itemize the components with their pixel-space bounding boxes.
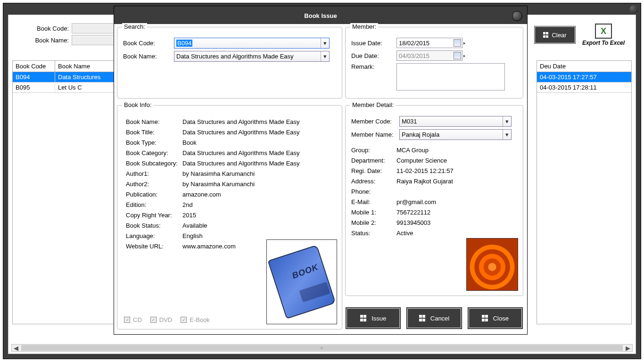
val-edition: 2nd [182, 201, 333, 208]
refresh-icon[interactable] [629, 5, 638, 14]
bg-book-name-label: Book Name: [15, 37, 72, 44]
export-to-excel[interactable]: Export To Excel [581, 24, 626, 46]
cell-code: B095 [13, 82, 55, 92]
member-detail-fieldset: Member Detail: Member Code: M031 ▾ Membe… [345, 105, 523, 296]
val-address: Raiya Rajkot Gujarat [396, 178, 517, 185]
val-book-type: Book [182, 139, 333, 146]
chk-cd: ✓CD [124, 316, 142, 323]
due-header[interactable]: Deu Date [537, 61, 631, 72]
lbl-edition: Edition: [126, 201, 182, 208]
scroll-right-arrow[interactable]: ▶ [624, 345, 632, 351]
lbl-author1: Author1: [126, 170, 182, 177]
chk-ebook: ✓E-Book [181, 316, 210, 323]
val-book-subcategory: Data Structures and Algorithms Made Easy [182, 160, 333, 167]
clear-button[interactable]: Clear [534, 25, 576, 44]
val-book-title: Data Structures and Algorithms Made Easy [182, 129, 333, 136]
label-member-name: Member Name: [351, 131, 399, 138]
val-mobile1: 7567222112 [396, 209, 517, 216]
lbl-regi-date: Regi. Date: [351, 167, 396, 174]
book-info-fieldset: Book Info: Book Name:Data Structures and… [117, 105, 342, 329]
val-publication: amazone.com [182, 191, 333, 198]
val-regi-date: 11-02-2015 12:21:57 [396, 167, 517, 174]
chk-ebook-label: E-Book [190, 316, 210, 323]
refresh-icon[interactable] [512, 11, 522, 21]
book-info-legend: Book Info: [122, 101, 154, 108]
cell-code: B094 [13, 72, 55, 82]
table-row[interactable]: 04-03-2015 17:28:11 [537, 82, 631, 93]
scroll-grip: ≡ [319, 345, 325, 351]
lbl-book-category: Book Category: [126, 149, 182, 156]
val-copyright: 2015 [182, 212, 333, 219]
cell-name: Let Us C [55, 82, 120, 92]
lbl-address: Address: [351, 178, 396, 185]
excel-icon [595, 24, 612, 39]
lbl-book-subcategory: Book Subcategory: [126, 160, 182, 167]
table-row[interactable]: 04-03-2015 17:27:57 [537, 72, 631, 82]
bg-due-table[interactable]: Deu Date 04-03-2015 17:27:57 04-03-2015 … [537, 60, 632, 324]
issue-button[interactable]: Issue [345, 307, 401, 329]
dialog-body: Search: Book Code: B094 ▾ Book Name: Dat… [117, 24, 524, 331]
lbl-group: Group: [351, 147, 396, 154]
label-book-name: Book Name: [123, 53, 174, 60]
label-issue-date: Issue Date: [351, 40, 396, 47]
lbl-email: E-Mail: [351, 198, 396, 206]
col-header-code[interactable]: Book Code [13, 61, 55, 72]
lbl-status: Status: [351, 230, 396, 237]
cancel-label: Cancel [430, 315, 449, 322]
lbl-department: Department: [351, 157, 396, 164]
lbl-mobile2: Mobile 2: [351, 219, 396, 226]
lbl-publication: Publication: [126, 191, 182, 198]
scroll-left-arrow[interactable]: ◀ [12, 345, 20, 351]
grid-icon [419, 315, 426, 321]
search-legend: Search: [122, 23, 147, 30]
lbl-mobile1: Mobile 1: [351, 209, 396, 216]
chk-dvd: ✓DVD [150, 316, 172, 323]
table-row[interactable]: B095 Let Us C [13, 82, 120, 93]
calendar-icon [454, 52, 461, 59]
chevron-down-icon[interactable]: ▾ [503, 116, 511, 126]
lbl-book-type: Book Type: [126, 139, 182, 146]
val-book-name: Data Structures and Algorithms Made Easy [182, 118, 333, 125]
member-name-combobox[interactable]: Pankaj Rojala ▾ [399, 129, 512, 140]
lbl-book-name: Book Name: [126, 118, 182, 125]
val-group: MCA Group [396, 147, 517, 154]
member-detail-legend: Member Detail: [350, 101, 396, 108]
book-code-combobox[interactable]: B094 ▾ [174, 38, 330, 49]
horizontal-scrollbar[interactable]: ◀ ≡ ▶ [11, 344, 633, 352]
due-date-value: 04/03/2015 [399, 52, 429, 59]
label-due-date: Due Date: [351, 52, 396, 59]
action-bar: Issue Cancel Close [345, 307, 523, 329]
book-issue-dialog: Book Issue Search: Book Code: B094 ▾ Boo… [114, 6, 528, 335]
table-row[interactable]: B094 Data Structures [13, 72, 120, 82]
val-author1: by Narasimha Karumanchi [182, 170, 333, 177]
val-book-category: Data Structures and Algorithms Made Easy [182, 149, 333, 156]
member-legend: Member: [350, 23, 378, 30]
lbl-author2: Author2: [126, 181, 182, 188]
calendar-icon[interactable] [454, 39, 461, 47]
val-phone [396, 188, 517, 195]
col-header-name[interactable]: Book Name [55, 61, 120, 72]
chevron-down-icon[interactable]: ▾ [503, 130, 511, 140]
lbl-website: Website URL: [126, 243, 182, 250]
book-name-combobox[interactable]: Data Structures and Algorithms Made Easy… [174, 51, 330, 62]
grid-icon [360, 315, 367, 321]
remark-textarea[interactable] [396, 63, 505, 90]
close-button[interactable]: Close [467, 307, 523, 329]
chevron-down-icon[interactable]: ▾ [321, 38, 329, 48]
label-remark: Remark: [351, 63, 396, 70]
bg-books-table[interactable]: Book Code Book Name B094 Data Structures… [12, 60, 121, 324]
chk-cd-label: CD [133, 316, 142, 323]
book-cover-image: BOOK [266, 239, 337, 324]
checkbox-icon: ✓ [181, 317, 187, 323]
export-label: Export To Excel [581, 40, 626, 46]
checkbox-icon: ✓ [124, 317, 130, 323]
close-label: Close [493, 315, 509, 322]
member-code-combobox[interactable]: M031 ▾ [399, 116, 512, 127]
label-book-code: Book Code: [123, 40, 174, 47]
cancel-button[interactable]: Cancel [406, 307, 462, 329]
label-member-code: Member Code: [351, 118, 399, 125]
issue-date-input[interactable]: 18/02/2015 [396, 38, 462, 48]
chevron-down-icon[interactable]: ▾ [321, 51, 329, 61]
val-status: Active [396, 230, 517, 237]
format-checkboxes: ✓CD ✓DVD ✓E-Book [124, 316, 210, 323]
